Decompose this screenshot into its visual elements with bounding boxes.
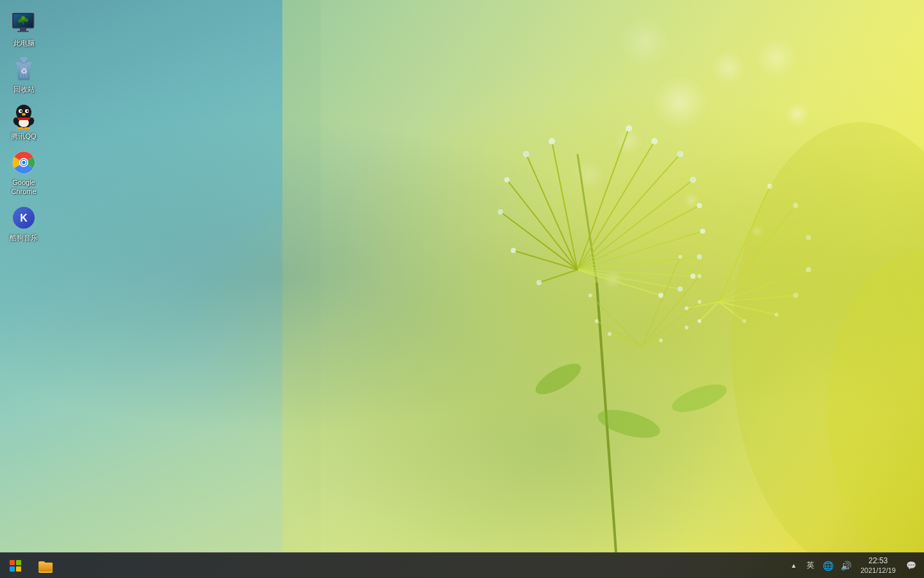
svg-point-95	[22, 113, 26, 116]
volume-icon-button[interactable]: 🔊	[837, 553, 855, 579]
win-quad-yellow	[16, 566, 21, 572]
win-quad-green	[16, 560, 21, 565]
bokeh-7	[574, 161, 603, 189]
clock-area[interactable]: 22:53 2021/12/19	[855, 553, 901, 579]
svg-rect-83	[21, 57, 27, 60]
clock-time: 22:53	[868, 556, 887, 566]
system-tray: ▲ 英 🌐 🔊 22:53 2021/12/19 💬	[786, 553, 924, 579]
notification-icon: 💬	[906, 561, 916, 570]
notification-center-button[interactable]: 💬	[901, 553, 921, 579]
file-explorer-icon	[38, 559, 53, 573]
bokeh-2	[712, 51, 744, 83]
svg-rect-96	[17, 118, 31, 120]
qq-icon	[11, 103, 37, 129]
desktop-icon-recycle-bin[interactable]: ♻ 回收站	[0, 53, 47, 98]
my-computer-label: 此电脑	[13, 39, 35, 48]
bokeh-4	[757, 39, 796, 77]
network-icon-button[interactable]: 🌐	[819, 553, 837, 579]
svg-point-94	[27, 110, 29, 112]
language-label: 英	[807, 560, 814, 571]
desktop: 此电脑 ♻	[0, 0, 924, 578]
taskbar-pinned-apps	[31, 553, 60, 579]
bokeh-3	[616, 128, 642, 154]
svg-point-105	[22, 161, 26, 164]
svg-rect-110	[38, 563, 53, 572]
windows-logo	[10, 560, 21, 572]
clock-date: 2021/12/19	[860, 566, 896, 575]
bokeh-6	[683, 193, 699, 209]
svg-rect-76	[17, 31, 29, 32]
taskbar: ▲ 英 🌐 🔊 22:53 2021/12/19 💬	[0, 552, 924, 578]
recycle-bin-icon: ♻	[11, 57, 37, 82]
bokeh-5	[786, 103, 809, 125]
bokeh-8	[751, 225, 764, 238]
bokeh-10	[603, 270, 622, 289]
desktop-icon-chrome[interactable]: Google Chrome	[0, 146, 47, 200]
qq-label: 腾讯QQ	[11, 132, 36, 141]
bokeh-1	[654, 77, 706, 128]
svg-point-80	[21, 16, 25, 20]
taskbar-file-explorer[interactable]	[31, 553, 60, 579]
svg-rect-75	[20, 28, 26, 31]
volume-icon: 🔊	[841, 561, 851, 571]
win-quad-blue	[10, 566, 15, 572]
bokeh-9	[622, 19, 667, 64]
kugou-label: 酷狗音乐	[10, 233, 38, 242]
desktop-icon-qq[interactable]: 腾讯QQ	[0, 100, 47, 144]
start-button[interactable]	[0, 553, 31, 579]
chrome-label: Google Chrome	[3, 178, 45, 197]
chevron-up-icon: ▲	[791, 562, 797, 569]
desktop-icon-my-computer[interactable]: 此电脑	[0, 6, 47, 51]
recycle-bin-label: 回收站	[13, 85, 35, 94]
svg-point-93	[21, 110, 22, 112]
win-quad-red	[10, 560, 15, 565]
show-hidden-icons-button[interactable]: ▲	[786, 553, 801, 579]
svg-text:K: K	[20, 213, 28, 223]
my-computer-icon	[11, 10, 37, 36]
network-icon: 🌐	[823, 561, 834, 571]
wallpaper-overlay	[0, 0, 924, 552]
desktop-icon-kugou[interactable]: K 酷狗音乐	[0, 201, 47, 246]
kugou-icon: K	[11, 205, 37, 231]
chrome-icon	[11, 150, 37, 175]
desktop-icons: 此电脑 ♻	[0, 0, 47, 248]
language-indicator[interactable]: 英	[801, 553, 819, 579]
